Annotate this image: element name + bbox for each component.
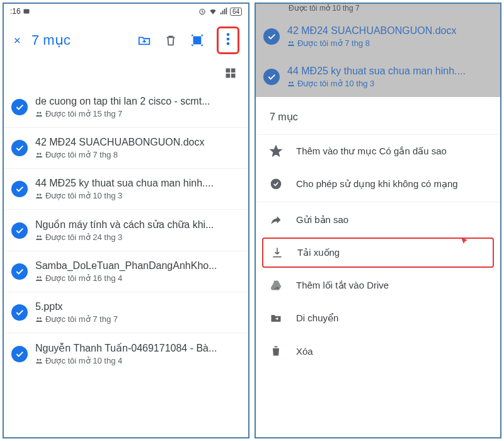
svg-rect-2 (194, 37, 201, 44)
file-name: Samba_DoLeTuan_PhanDangAnhKho... (35, 260, 241, 272)
move-to-folder-icon[interactable] (137, 33, 151, 47)
more-options-highlight (217, 26, 239, 54)
file-meta: Được tôi mở 15 thg 7 (35, 109, 241, 118)
file-name: 42 MĐ24 SUACHUABONGUON.docx (35, 137, 241, 148)
svg-point-20 (37, 317, 39, 319)
selection-header: 7 mục (4, 19, 248, 62)
menu-star[interactable]: Thêm vào thư mục Có gắn dấu sao (256, 135, 500, 168)
file-item[interactable]: 5.pptx Được tôi mở 7 thg 7 (4, 292, 248, 333)
menu-move-label: Di chuyển (296, 312, 338, 324)
svg-point-19 (40, 276, 42, 278)
delete-icon (270, 345, 282, 357)
file-name: 44 MĐ25 ky thuat sua chua man hinh.... (35, 178, 241, 189)
file-item[interactable]: 44 MĐ25 ky thuat sua chua man hinh.... Đ… (4, 168, 248, 209)
check-icon (263, 69, 280, 85)
file-name: de cuong on tap thi lan 2 cisco - scmt..… (35, 96, 241, 107)
svg-point-18 (37, 276, 39, 278)
file-item[interactable]: de cuong on tap thi lan 2 cisco - scmt..… (4, 87, 248, 127)
check-icon[interactable] (11, 140, 28, 156)
status-bar: :16 64 (4, 4, 248, 19)
svg-rect-8 (226, 74, 231, 78)
svg-point-17 (40, 235, 42, 237)
dimmed-file-item: 42 MĐ24 SUACHUABONGUON.docx Được tôi mở … (256, 16, 500, 57)
selection-count: 7 mục (32, 32, 132, 49)
trash-icon[interactable] (164, 33, 178, 47)
file-meta: Được tôi mở 10 thg 3 (35, 191, 241, 200)
menu-send[interactable]: Gửi bản sao (256, 203, 500, 236)
menu-download[interactable]: Tải xuống (262, 238, 494, 268)
check-icon[interactable] (11, 263, 28, 280)
battery-level: 64 (230, 8, 242, 16)
file-item[interactable]: Nguồn máy tính và cách sửa chữa khi... Đ… (4, 209, 248, 251)
menu-move[interactable]: Di chuyển (256, 302, 500, 335)
svg-rect-0 (23, 9, 29, 14)
menu-send-label: Gửi bản sao (296, 214, 348, 226)
grid-view-icon[interactable] (224, 67, 237, 79)
file-name: Nguyễn Thanh Tuấn-0469171084 - Bà... (35, 342, 241, 354)
pointer-icon (461, 238, 467, 244)
menu-delete-label: Xóa (296, 346, 313, 357)
dimmed-file-item: 44 MĐ25 ky thuat sua chua man hinh.... Đ… (256, 57, 500, 97)
check-icon[interactable] (11, 99, 28, 115)
file-meta: Được tôi mở 10 thg 3 (287, 79, 493, 88)
file-list: de cuong on tap thi lan 2 cisco - scmt..… (4, 87, 248, 437)
check-icon (263, 28, 280, 45)
file-meta: Được tôi mở 7 thg 8 (287, 38, 493, 48)
file-item[interactable]: Samba_DoLeTuan_PhanDangAnhKho... Được tô… (4, 251, 248, 292)
file-name: 5.pptx (35, 301, 241, 312)
signal-icon (219, 7, 228, 16)
svg-rect-6 (226, 69, 231, 73)
svg-point-24 (289, 41, 291, 43)
file-meta: Được tôi mở 7 thg 7 (35, 314, 241, 324)
check-icon[interactable] (11, 304, 28, 321)
check-icon[interactable] (11, 181, 28, 197)
svg-point-5 (227, 42, 230, 45)
file-name: 44 MĐ25 ky thuat sua chua man hinh.... (287, 66, 493, 77)
svg-point-23 (40, 358, 42, 360)
menu-shortcut[interactable]: Thêm lối tắt vào Drive (256, 269, 500, 302)
close-selection-icon[interactable] (13, 33, 21, 48)
svg-rect-7 (231, 69, 236, 73)
send-icon (270, 214, 282, 226)
svg-point-22 (37, 358, 39, 360)
svg-point-26 (289, 81, 291, 83)
bottom-sheet: 7 mục Thêm vào thư mục Có gắn dấu sao Ch… (256, 97, 500, 437)
menu-shortcut-label: Thêm lối tắt vào Drive (296, 280, 389, 291)
drive-shortcut-icon (270, 279, 282, 292)
file-meta: Được tôi mở 16 thg 4 (35, 273, 241, 283)
alarm-icon (198, 7, 207, 16)
menu-delete[interactable]: Xóa (256, 335, 500, 367)
menu-download-label: Tải xuống (297, 247, 340, 258)
menu-separator (256, 202, 500, 202)
menu-offline[interactable]: Cho phép sử dụng khi không có mạng (256, 168, 500, 200)
svg-point-12 (37, 152, 39, 154)
svg-point-27 (292, 81, 294, 83)
right-phone-screen: Được tôi mở 10 thg 7 42 MĐ24 SUACHUABONG… (255, 3, 501, 438)
star-icon (270, 145, 282, 158)
svg-point-28 (271, 179, 282, 190)
svg-point-25 (292, 41, 294, 43)
dimmed-background: Được tôi mở 10 thg 7 42 MĐ24 SUACHUABONG… (256, 4, 500, 97)
svg-rect-9 (231, 74, 236, 78)
wifi-icon (209, 7, 217, 16)
svg-point-3 (227, 33, 230, 36)
check-icon[interactable] (11, 346, 28, 362)
message-icon (23, 8, 30, 15)
file-name: 42 MĐ24 SUACHUABONGUON.docx (287, 25, 493, 37)
status-time: :16 (10, 7, 21, 16)
view-toggle-row (4, 62, 248, 87)
svg-point-4 (227, 38, 230, 41)
file-item[interactable]: Nguyễn Thanh Tuấn-0469171084 - Bà... Đượ… (4, 333, 248, 374)
file-item[interactable]: 42 MĐ24 SUACHUABONGUON.docx Được tôi mở … (4, 127, 248, 168)
svg-point-10 (37, 112, 39, 113)
file-name: Nguồn máy tính và cách sửa chữa khi... (35, 219, 241, 231)
more-vert-icon[interactable] (221, 32, 235, 46)
check-icon[interactable] (11, 222, 28, 239)
svg-point-13 (40, 152, 42, 154)
menu-offline-label: Cho phép sử dụng khi không có mạng (296, 178, 458, 190)
svg-point-15 (40, 193, 42, 195)
offline-icon (270, 178, 282, 190)
folder-move-icon (270, 312, 282, 324)
file-meta: Được tôi mở 24 thg 3 (35, 232, 241, 242)
select-all-icon[interactable] (190, 33, 204, 47)
